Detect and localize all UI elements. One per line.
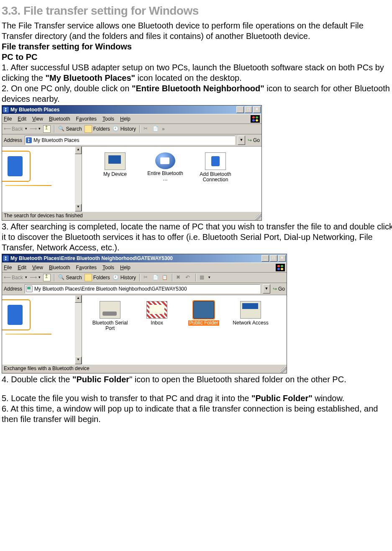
address-label: Address: [4, 137, 22, 144]
forward-button[interactable]: [30, 126, 41, 132]
item-label: Network Access: [232, 320, 269, 326]
menu-tools[interactable]: Tools: [102, 265, 114, 271]
close-button[interactable]: ×: [253, 106, 261, 113]
toolbar-separator: [195, 274, 196, 281]
titlebar[interactable]: My Bluetooth Places _ □ ×: [2, 106, 261, 114]
up-button[interactable]: [43, 125, 51, 133]
menu-help[interactable]: Help: [120, 265, 131, 271]
pane-divider: [5, 334, 51, 335]
pane-divider: [5, 185, 51, 186]
resize-grip[interactable]: [281, 367, 287, 373]
up-button[interactable]: [43, 274, 51, 281]
maximize-button[interactable]: □: [245, 106, 252, 113]
menu-file[interactable]: File: [4, 116, 12, 122]
views-button[interactable]: [200, 274, 210, 281]
item-my-device[interactable]: My Device: [96, 152, 134, 211]
cut-button[interactable]: [143, 126, 150, 132]
address-value: My Bluetooth Places\Entire Bluetooth Nei…: [34, 286, 187, 292]
toolbar-overflow[interactable]: »: [162, 126, 165, 132]
go-button[interactable]: Go: [248, 137, 260, 144]
copy-icon: [153, 126, 159, 132]
item-inbox[interactable]: Inbox: [138, 301, 176, 364]
copy-button[interactable]: [153, 274, 159, 281]
menu-file[interactable]: File: [4, 265, 12, 271]
step-2-text-a: 2. On one PC only, double click on: [2, 84, 132, 93]
menu-favorites[interactable]: Favorites: [76, 116, 97, 122]
scroll-track[interactable]: [75, 303, 82, 357]
windows-logo-icon: [276, 264, 285, 271]
addressbar: Address My Bluetooth Places ▼ Go: [2, 134, 261, 147]
scroll-up[interactable]: ▲: [75, 147, 82, 154]
back-button[interactable]: Back: [4, 274, 27, 281]
menu-bluetooth[interactable]: Bluetooth: [49, 116, 70, 122]
history-button[interactable]: History: [113, 126, 136, 132]
menu-favorites[interactable]: Favorites: [76, 265, 97, 271]
menu-edit[interactable]: Edit: [18, 116, 26, 122]
cut-button[interactable]: [143, 274, 150, 281]
address-field[interactable]: My Bluetooth Places: [25, 136, 235, 145]
forward-button[interactable]: [30, 274, 41, 281]
scroll-up[interactable]: ▲: [75, 295, 82, 303]
menubar: File Edit View Bluetooth Favorites Tools…: [2, 114, 261, 124]
menu-bluetooth[interactable]: Bluetooth: [49, 265, 70, 271]
item-network-access[interactable]: Network Access: [232, 301, 269, 364]
step-5: 5. Locate the file you wish to transfer …: [2, 393, 392, 404]
screenshot-window-2: My Bluetooth Places\Entire Bluetooth Nei…: [2, 254, 287, 373]
item-entire-bluetooth[interactable]: Entire Bluetooth …: [146, 152, 184, 211]
toolbar-separator: [139, 274, 140, 281]
explorer-body: ▲ ▼ My Device Entire Bluetooth … Add Blu…: [2, 147, 261, 211]
close-button[interactable]: ×: [278, 255, 286, 262]
scrollbar[interactable]: ▲ ▼: [75, 295, 82, 364]
item-public-folder[interactable]: Public Folder: [185, 301, 223, 364]
menu-view[interactable]: View: [32, 265, 43, 271]
menu-edit[interactable]: Edit: [18, 265, 26, 271]
views-icon: [200, 274, 206, 281]
bluetooth-icon: [26, 137, 32, 143]
history-button[interactable]: History: [113, 274, 136, 281]
menu-view[interactable]: View: [32, 116, 43, 122]
back-button[interactable]: Back: [4, 126, 27, 132]
history-icon: [113, 126, 119, 132]
paste-button[interactable]: [162, 274, 169, 281]
computer-icon: [26, 286, 33, 292]
subheading-1: File transfer setting for Windows: [2, 41, 392, 52]
scroll-down[interactable]: ▼: [75, 357, 82, 364]
delete-button[interactable]: [176, 274, 183, 281]
address-dropdown[interactable]: ▼: [238, 136, 245, 145]
section-heading: 3.3. File transfer setting for Windows: [2, 3, 392, 18]
address-dropdown[interactable]: ▼: [263, 284, 270, 294]
search-button[interactable]: Search: [58, 126, 82, 132]
address-field[interactable]: My Bluetooth Places\Entire Bluetooth Nei…: [25, 284, 260, 294]
step-1: 1. After successful USB adapter setup on…: [2, 62, 392, 83]
undo-button[interactable]: [185, 274, 192, 281]
folders-button[interactable]: Folders: [85, 125, 110, 133]
scroll-down[interactable]: ▼: [75, 204, 82, 211]
step-6: 6. At this time, a window will pop up to…: [2, 404, 392, 425]
maximize-button[interactable]: □: [270, 255, 277, 262]
item-serial-port[interactable]: Bluetooth Serial Port: [91, 301, 129, 364]
folders-button[interactable]: Folders: [85, 274, 110, 281]
scroll-track[interactable]: [75, 154, 82, 204]
step-4-text-a: 4. Double click the: [2, 375, 72, 384]
search-button[interactable]: Search: [58, 274, 82, 281]
minimize-button[interactable]: _: [236, 106, 244, 113]
menu-help[interactable]: Help: [120, 116, 131, 122]
screenshot-window-1: My Bluetooth Places _ □ × File Edit View…: [2, 105, 262, 221]
address-value: My Bluetooth Places: [33, 137, 79, 144]
toolbar: Back Search Folders History »: [2, 124, 261, 134]
step-1-text-c: icon located on the desktop.: [135, 73, 242, 82]
item-add-connection[interactable]: Add Bluetooth Connection: [197, 152, 234, 211]
minimize-button[interactable]: _: [261, 255, 269, 262]
left-pane: ▲ ▼: [2, 295, 82, 364]
copy-button[interactable]: [153, 126, 159, 132]
menu-tools[interactable]: Tools: [102, 116, 114, 122]
go-button[interactable]: Go: [273, 286, 285, 292]
step-2-quote: "Entire Bluetooth Neighborhood": [132, 84, 264, 93]
resize-grip[interactable]: [256, 214, 261, 220]
inbox-icon: [146, 301, 167, 319]
window-title: My Bluetooth Places\Entire Bluetooth Nei…: [10, 255, 261, 262]
step-4: 4. Double click the "Public Folder" icon…: [2, 374, 392, 385]
titlebar[interactable]: My Bluetooth Places\Entire Bluetooth Nei…: [2, 254, 287, 263]
bluetooth-icon: [3, 255, 9, 261]
scrollbar[interactable]: ▲ ▼: [75, 147, 82, 211]
